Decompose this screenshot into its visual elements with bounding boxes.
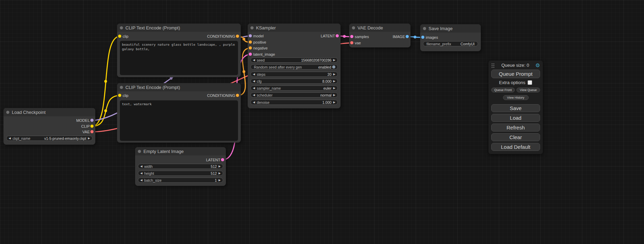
input-pin-images[interactable] xyxy=(421,36,424,39)
input-pin-clip[interactable] xyxy=(118,35,121,38)
node-collapse-dot-icon[interactable] xyxy=(423,27,426,30)
widget-value: euler xyxy=(323,86,331,90)
node-clip-text-encode-positive[interactable]: CLIP Text Encode (Prompt) clip CONDITION… xyxy=(117,24,241,77)
input-pin-clip[interactable] xyxy=(118,94,121,97)
node-collapse-dot-icon[interactable] xyxy=(250,26,254,29)
drag-handle-icon[interactable] xyxy=(491,63,495,68)
output-pin-conditioning[interactable] xyxy=(236,94,239,97)
widget-sampler-name[interactable]: ◀ sampler_name euler ▶ xyxy=(250,85,338,91)
decrement-arrow-icon[interactable]: ◀ xyxy=(140,172,142,175)
widget-cfg[interactable]: ◀ cfg 8.000 ▶ xyxy=(250,79,338,84)
node-collapse-dot-icon[interactable] xyxy=(138,150,141,153)
increment-arrow-icon[interactable]: ▶ xyxy=(333,87,335,90)
link-midpoint-dot xyxy=(170,77,173,80)
node-save-image[interactable]: Save Image images filename_prefix ComfyU… xyxy=(420,24,481,51)
decrement-arrow-icon[interactable]: ◀ xyxy=(253,87,255,90)
output-pin-latent[interactable] xyxy=(336,34,339,37)
widget-height[interactable]: ◀ height 512 ▶ xyxy=(138,171,223,176)
load-button[interactable]: Load xyxy=(491,114,540,122)
node-collapse-dot-icon[interactable] xyxy=(120,86,123,89)
toggle-dot-icon[interactable] xyxy=(332,65,335,69)
node-clip-text-encode-negative[interactable]: CLIP Text Encode (Prompt) clip CONDITION… xyxy=(117,83,241,143)
node-title-bar[interactable]: CLIP Text Encode (Prompt) xyxy=(117,24,241,32)
widget-label: scheduler xyxy=(257,93,273,97)
output-pin-conditioning[interactable] xyxy=(236,35,239,38)
decrement-arrow-icon[interactable]: ◀ xyxy=(253,59,255,62)
widget-scheduler[interactable]: ◀ scheduler normal ▶ xyxy=(250,92,338,98)
increment-arrow-icon[interactable]: ▶ xyxy=(333,59,335,62)
input-pin-positive[interactable] xyxy=(249,40,252,44)
increment-arrow-icon[interactable]: ▶ xyxy=(333,73,335,76)
node-collapse-dot-icon[interactable] xyxy=(6,111,9,114)
refresh-button[interactable]: Refresh xyxy=(491,124,540,132)
increment-arrow-icon[interactable]: ▶ xyxy=(333,94,335,97)
node-collapse-dot-icon[interactable] xyxy=(120,26,123,29)
settings-gear-icon[interactable]: ⚙ xyxy=(536,63,540,68)
increment-arrow-icon[interactable]: ▶ xyxy=(219,165,221,168)
link-midpoint-dot xyxy=(414,36,416,38)
increment-arrow-icon[interactable]: ▶ xyxy=(219,172,221,175)
view-queue-button[interactable]: View Queue xyxy=(517,88,540,92)
widget-value: 512 xyxy=(211,164,217,169)
node-title-bar[interactable]: Load Checkpoint xyxy=(3,108,95,116)
widget-width[interactable]: ◀ width 512 ▶ xyxy=(138,164,223,169)
output-pin-latent[interactable] xyxy=(221,158,224,161)
input-pin-samples[interactable] xyxy=(350,35,353,38)
extra-options-checkbox[interactable] xyxy=(528,80,532,85)
widget-ckpt-name[interactable]: ◀ ckpt_name v1-5-pruned-emaonly.ckpt ▶ xyxy=(6,136,92,141)
prompt-textarea[interactable]: text, watermark xyxy=(120,100,238,141)
input-pin-vae[interactable] xyxy=(350,41,353,44)
node-title-bar[interactable]: Empty Latent Image xyxy=(135,147,226,155)
decrement-arrow-icon[interactable]: ◀ xyxy=(140,179,142,182)
input-pin-model[interactable] xyxy=(249,34,252,37)
widget-random-seed-toggle[interactable]: Random seed after every gen enabled xyxy=(250,64,338,70)
decrement-arrow-icon[interactable]: ◀ xyxy=(253,80,255,83)
view-history-button[interactable]: View History xyxy=(503,95,529,100)
increment-arrow-icon[interactable]: ▶ xyxy=(333,101,335,104)
queue-front-button[interactable]: Queue Front xyxy=(491,88,515,92)
output-slot-latent: LATENT xyxy=(206,157,220,163)
widget-batch-size[interactable]: ◀ batch_size 1 ▶ xyxy=(138,178,223,183)
node-ksampler[interactable]: KSampler model positive negative latent_… xyxy=(248,24,341,108)
input-pin-latent-image[interactable] xyxy=(249,53,252,56)
decrement-arrow-icon[interactable]: ◀ xyxy=(9,137,11,140)
save-button[interactable]: Save xyxy=(491,104,540,112)
output-pin-model[interactable] xyxy=(90,119,94,122)
link-clip-to-positive-prompt xyxy=(92,36,120,126)
input-pin-negative[interactable] xyxy=(249,46,252,49)
node-vae-decode[interactable]: VAE Decode samples vae IMAGE xyxy=(349,24,411,47)
input-label: positive xyxy=(253,40,266,44)
increment-arrow-icon[interactable]: ▶ xyxy=(219,179,221,182)
decrement-arrow-icon[interactable]: ◀ xyxy=(253,101,255,104)
node-title-bar[interactable]: KSampler xyxy=(248,24,341,32)
prompt-textarea[interactable]: beautiful scenery nature glass bottle la… xyxy=(120,41,238,75)
load-default-button[interactable]: Load Default xyxy=(491,143,540,151)
node-load-checkpoint[interactable]: Load Checkpoint MODEL CLIP VAE ◀ ckpt_na… xyxy=(3,108,95,145)
widget-label: cfg xyxy=(257,79,262,83)
widget-label: ckpt_name xyxy=(12,136,30,141)
widget-label: batch_size xyxy=(144,178,161,182)
widget-steps[interactable]: ◀ steps 20 ▶ xyxy=(250,72,338,77)
increment-arrow-icon[interactable]: ▶ xyxy=(333,80,335,83)
output-pin-clip[interactable] xyxy=(90,125,94,128)
widget-filename-prefix[interactable]: filename_prefix ComfyUI xyxy=(423,41,478,46)
widget-value: ComfyUI xyxy=(460,42,475,46)
widget-value: v1-5-pruned-emaonly.ckpt xyxy=(44,136,86,141)
comfy-menu-panel[interactable]: Queue size: 0 ⚙ Queue Prompt Extra optio… xyxy=(488,61,543,154)
node-title-bar[interactable]: Save Image xyxy=(420,24,481,33)
output-label: CONDITIONING xyxy=(207,93,235,98)
queue-prompt-button[interactable]: Queue Prompt xyxy=(491,70,540,78)
widget-seed[interactable]: ◀ seed 156680208700286 ▶ xyxy=(250,57,338,63)
node-title-bar[interactable]: CLIP Text Encode (Prompt) xyxy=(117,83,241,91)
clear-button[interactable]: Clear xyxy=(491,133,540,141)
node-title-bar[interactable]: VAE Decode xyxy=(349,24,411,32)
decrement-arrow-icon[interactable]: ◀ xyxy=(253,94,255,97)
widget-denoise[interactable]: ◀ denoise 1.000 ▶ xyxy=(250,100,338,105)
output-pin-vae[interactable] xyxy=(90,130,94,133)
decrement-arrow-icon[interactable]: ◀ xyxy=(253,73,255,76)
increment-arrow-icon[interactable]: ▶ xyxy=(88,137,90,140)
node-empty-latent-image[interactable]: Empty Latent Image LATENT ◀ width 512 ▶ … xyxy=(135,147,226,186)
output-pin-image[interactable] xyxy=(406,35,409,38)
node-collapse-dot-icon[interactable] xyxy=(352,26,355,29)
decrement-arrow-icon[interactable]: ◀ xyxy=(140,165,142,168)
